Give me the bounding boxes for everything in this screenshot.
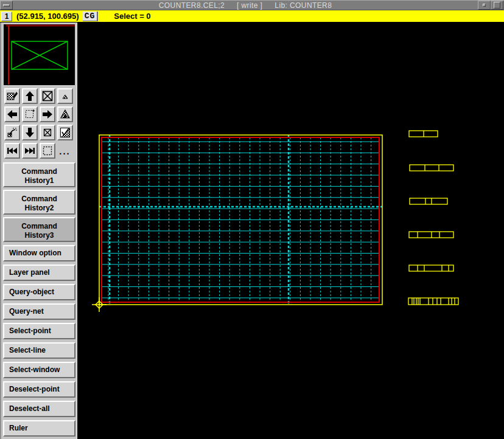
zoom-out-small-button[interactable] <box>57 88 73 104</box>
pan-up-button[interactable] <box>22 88 38 104</box>
write-mode: [ write ] <box>237 1 262 10</box>
arrow-right-icon <box>41 108 54 120</box>
deselect-all-button[interactable]: Deselect-all <box>3 401 75 417</box>
zoom-area-icon <box>24 108 36 120</box>
layer-panel-button[interactable]: Layer panel <box>3 264 75 281</box>
status-bar: 1 (52.915, 100.695) CG Select = 0 <box>0 10 504 22</box>
arrow-left-icon <box>6 108 18 120</box>
fit-view-button[interactable] <box>40 88 55 104</box>
zoom-in-icon <box>59 108 71 120</box>
first-view-button[interactable] <box>4 143 20 159</box>
overview-graphic <box>4 24 75 85</box>
window-number-badge: 1 <box>1 12 12 21</box>
maximize-icon <box>494 2 500 9</box>
pan-down-button[interactable] <box>22 125 38 140</box>
maximize-button[interactable] <box>491 1 503 10</box>
select-window-button[interactable]: Select-window <box>3 362 75 378</box>
application-window: COUNTER8.CEL;2[ write ]Lib: COUNTER8 1 (… <box>0 0 504 439</box>
window-menu-icon <box>3 4 10 7</box>
layout-canvas[interactable] <box>77 22 504 439</box>
zoom-out-small-icon <box>59 90 71 102</box>
deselect-point-button[interactable]: Deselect-point <box>3 381 75 398</box>
pan-left-button[interactable] <box>4 106 20 122</box>
select-box-icon <box>41 145 54 157</box>
pan-right-button[interactable] <box>40 106 55 122</box>
command-history3-button[interactable]: CommandHistory3 <box>3 217 75 242</box>
corner-fill-icon <box>59 126 71 139</box>
first-view-icon <box>6 145 18 157</box>
icon-toolbar: ... <box>3 87 77 160</box>
select-line-button[interactable]: Select-line <box>3 342 75 359</box>
shrink-view-button[interactable] <box>4 125 20 140</box>
overview-cell-box <box>12 41 68 69</box>
command-history1-button[interactable]: CommandHistory1 <box>3 162 75 187</box>
library-name: Lib: COUNTER8 <box>275 1 332 10</box>
fit-view-small-icon <box>41 126 54 139</box>
arrow-down-icon <box>24 126 36 139</box>
main-body: ... CommandHistory1 CommandHistory2 Comm… <box>0 22 504 439</box>
title-bar: COUNTER8.CEL;2[ write ]Lib: COUNTER8 <box>0 0 504 10</box>
overview-panel[interactable] <box>4 24 75 85</box>
command-history2-button[interactable]: CommandHistory2 <box>3 190 75 215</box>
fit-view-icon <box>41 90 54 102</box>
cg-toggle[interactable]: CG <box>83 12 99 21</box>
cursor-coordinates: (52.915, 100.695) <box>16 12 79 21</box>
ruler-button[interactable]: Ruler <box>3 420 75 437</box>
zoom-in-button[interactable] <box>57 106 73 122</box>
zoom-area-button[interactable] <box>22 106 38 122</box>
sidebar: ... CommandHistory1 CommandHistory2 Comm… <box>0 22 77 439</box>
select-point-button[interactable]: Select-point <box>3 323 75 339</box>
corner-fill-button[interactable] <box>57 125 73 140</box>
arrow-up-icon <box>24 90 36 102</box>
cell-title: COUNTER8.CEL;2 <box>159 1 225 10</box>
redraw-edit-icon <box>6 90 18 102</box>
select-box-button[interactable] <box>40 143 55 159</box>
more-options-button[interactable]: ... <box>59 146 71 156</box>
window-title: COUNTER8.CEL;2[ write ]Lib: COUNTER8 <box>13 1 478 10</box>
window-option-button[interactable]: Window option <box>3 245 75 261</box>
minimize-button[interactable] <box>478 1 491 10</box>
fit-view-small-button[interactable] <box>40 125 55 140</box>
layout-drawing <box>77 22 504 439</box>
query-net-button[interactable]: Query-net <box>3 303 75 320</box>
last-view-icon <box>24 145 36 157</box>
query-object-button[interactable]: Query-object <box>3 284 75 300</box>
last-view-button[interactable] <box>22 143 38 159</box>
shrink-view-icon <box>6 126 18 139</box>
select-count: Select = 0 <box>114 12 150 21</box>
redraw-edit-button[interactable] <box>4 88 20 104</box>
minimize-icon <box>483 4 486 7</box>
window-menu-button[interactable] <box>0 1 13 10</box>
